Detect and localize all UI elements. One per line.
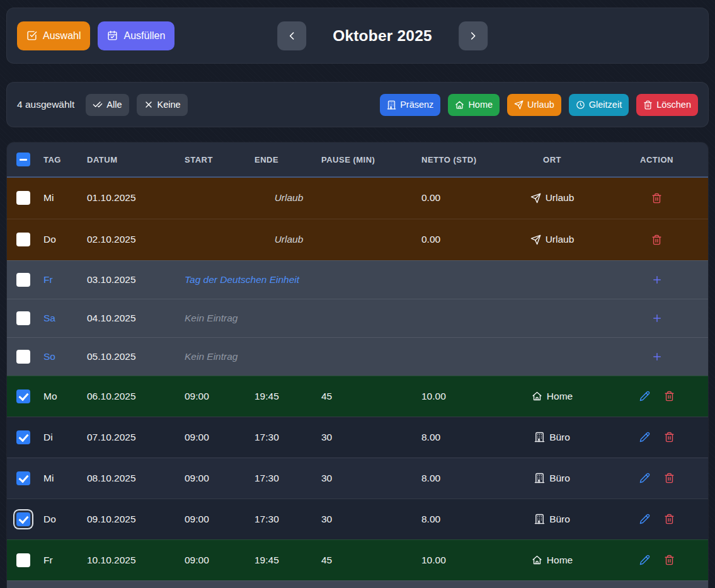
plane-icon [514, 100, 523, 110]
previous-month-button[interactable] [277, 21, 306, 50]
start-cell: 09:00 [178, 376, 248, 417]
table-row: Sa04.10.2025Kein Eintrag [7, 299, 709, 337]
ende-cell: 19:45 [248, 376, 315, 417]
row-checkbox[interactable] [16, 389, 30, 403]
day-cell: Mi [37, 458, 81, 499]
day-cell: Do [37, 499, 81, 539]
month-title: Oktober 2025 [333, 27, 432, 45]
pause-cell: 30 [315, 458, 415, 499]
building-icon [387, 100, 396, 110]
plane-icon [530, 234, 541, 245]
edit-entry-button[interactable] [639, 473, 650, 483]
row-checkbox[interactable] [16, 273, 30, 287]
select-all-label: Alle [106, 100, 122, 110]
building-icon [534, 473, 545, 483]
netto-cell: 8.00 [415, 417, 500, 458]
select-all-checkbox[interactable] [16, 153, 30, 166]
bulk-action-lschen[interactable]: Löschen [636, 94, 698, 116]
table-row: Fr10.10.202509:0019:454510.00Home [7, 539, 709, 580]
day-cell: Sa [37, 299, 81, 337]
table-row: Mi08.10.202509:0017:30308.00Büro [7, 458, 709, 499]
bulk-action-label: Präsenz [400, 100, 433, 110]
ausfuellen-button[interactable]: Ausfüllen [98, 21, 174, 50]
bulk-action-prsenz[interactable]: Präsenz [380, 94, 440, 116]
day-label: So [43, 351, 55, 362]
delete-entry-button[interactable] [664, 473, 675, 483]
select-none-button[interactable]: Keine [137, 94, 188, 116]
action-cell [604, 580, 709, 588]
day-cell: Do [37, 219, 81, 260]
bulk-action-urlaub[interactable]: Urlaub [507, 94, 561, 116]
ort-cell [500, 337, 604, 376]
date-cell: 09.10.2025 [81, 499, 178, 539]
ort-cell: Home [500, 539, 604, 580]
header-select-all-cell [7, 142, 37, 177]
add-entry-button[interactable] [651, 313, 663, 324]
table-row [7, 580, 709, 588]
building-icon [534, 514, 545, 524]
column-header-tag: Tag [37, 142, 81, 177]
row-checkbox[interactable] [16, 233, 30, 246]
delete-entry-button[interactable] [664, 555, 675, 565]
column-header-ende: Ende [248, 142, 315, 177]
day-label: Mi [43, 192, 54, 203]
row-checkbox[interactable] [16, 350, 30, 364]
x-icon [144, 100, 154, 110]
row-checkbox[interactable] [16, 471, 30, 485]
row-checkbox[interactable] [16, 430, 30, 444]
entry-note: Urlaub [275, 192, 304, 203]
delete-entry-button[interactable] [664, 391, 675, 401]
next-month-button[interactable] [459, 21, 488, 50]
add-entry-button[interactable] [651, 351, 663, 362]
action-cell [604, 539, 709, 580]
selection-bar: 4 ausgewählt Alle Keine PräsenzHomeUrlau… [6, 82, 709, 127]
day-label: Mo [43, 391, 57, 401]
action-cell [604, 417, 709, 458]
day-label: Sa [43, 313, 55, 323]
date-cell: 03.10.2025 [81, 260, 178, 299]
ort-cell: Büro [500, 499, 604, 539]
edit-entry-button[interactable] [639, 391, 650, 401]
pause-cell: 30 [315, 499, 415, 539]
plane-icon [530, 193, 541, 204]
entry-note-cell: Kein Eintrag [178, 299, 500, 337]
select-all-button[interactable]: Alle [86, 94, 129, 116]
column-header-start: Start [178, 142, 248, 177]
bulk-action-gleitzeit[interactable]: Gleitzeit [569, 94, 629, 116]
date-cell [81, 580, 178, 588]
bulk-action-home[interactable]: Home [448, 94, 500, 116]
edit-entry-button[interactable] [639, 432, 650, 442]
row-checkbox[interactable] [16, 512, 30, 526]
delete-entry-button[interactable] [651, 193, 662, 204]
action-cell [604, 299, 709, 337]
ort-label: Home [547, 391, 573, 402]
table-header-row: TagDatumStartEndePause (Min)Netto (Std)O… [7, 142, 709, 177]
day-label: Di [43, 432, 53, 442]
edit-entry-button[interactable] [639, 555, 650, 565]
column-header-datum: Datum [81, 142, 178, 177]
ausfuellen-label: Ausfüllen [123, 30, 165, 42]
date-cell: 10.10.2025 [81, 539, 178, 580]
row-checkbox[interactable] [16, 553, 30, 567]
bulk-action-label: Urlaub [527, 100, 554, 110]
delete-entry-button[interactable] [651, 234, 662, 245]
row-checkbox[interactable] [16, 311, 30, 325]
delete-entry-button[interactable] [664, 514, 675, 524]
column-header-ort: Ort [500, 142, 604, 177]
row-select-cell [7, 219, 37, 260]
row-select-cell [7, 177, 37, 219]
ort-cell [500, 299, 604, 337]
auswahl-button[interactable]: Auswahl [17, 21, 90, 50]
day-cell: Fr [37, 260, 81, 299]
row-select-cell [7, 580, 37, 588]
day-cell: Fr [37, 539, 81, 580]
add-entry-button[interactable] [651, 274, 663, 285]
edit-entry-button[interactable] [639, 514, 650, 524]
delete-entry-button[interactable] [664, 432, 675, 442]
row-checkbox[interactable] [16, 191, 30, 205]
column-header-pausemin: Pause (Min) [315, 142, 415, 177]
day-cell [37, 580, 81, 588]
day-label: Do [43, 514, 56, 524]
row-select-cell [7, 417, 37, 458]
ort-label: Büro [549, 473, 570, 484]
